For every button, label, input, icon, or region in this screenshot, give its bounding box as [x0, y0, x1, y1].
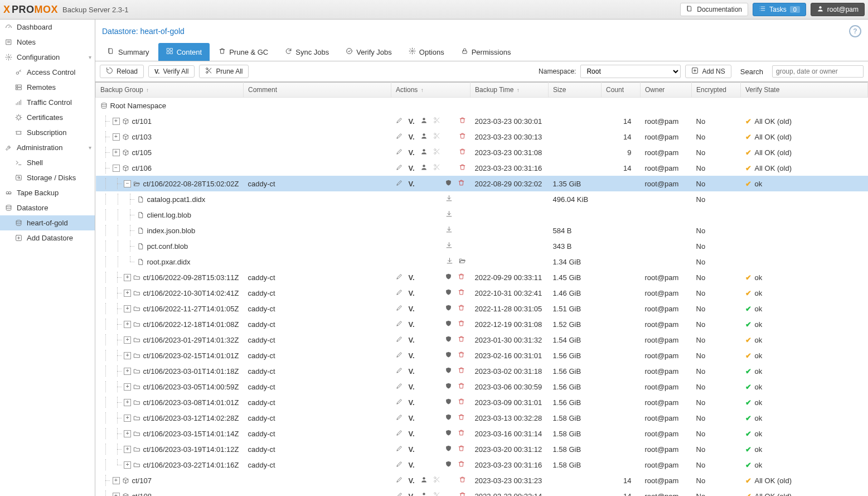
- prune-all-button[interactable]: Prune All: [199, 65, 249, 78]
- sidebar-item[interactable]: Dashboard: [0, 20, 95, 35]
- table-row[interactable]: +ct/106/2023-03-01T14:01:18Z caddy-ct V.…: [96, 363, 868, 379]
- browse-icon[interactable]: [459, 257, 466, 266]
- table-row[interactable]: −ct/106/2022-08-28T15:02:02Z caddy-ct V.…: [96, 176, 868, 191]
- download-icon[interactable]: [445, 226, 453, 235]
- prune-icon[interactable]: [433, 117, 440, 126]
- tab-sync-jobs[interactable]: Sync Jobs: [277, 43, 337, 61]
- protect-icon[interactable]: [445, 367, 452, 375]
- tab-summary[interactable]: Summary: [100, 43, 157, 61]
- tab-content[interactable]: Content: [158, 43, 210, 61]
- protect-icon[interactable]: [445, 429, 452, 438]
- verify-action[interactable]: V.: [409, 367, 415, 375]
- sidebar-item[interactable]: Configuration▾: [0, 50, 95, 65]
- tree-toggle[interactable]: +: [113, 493, 120, 497]
- edit-comment-icon[interactable]: [396, 351, 403, 360]
- tree-toggle[interactable]: +: [124, 336, 131, 344]
- table-row[interactable]: +ct/106/2022-12-18T14:01:08Z caddy-ct V.…: [96, 316, 868, 332]
- col-actions[interactable]: Actions ↑: [391, 83, 471, 98]
- sidebar-item[interactable]: Storage / Disks: [0, 170, 95, 185]
- tree-toggle[interactable]: +: [113, 477, 120, 484]
- col-encrypted[interactable]: Encrypted: [692, 83, 741, 98]
- verify-action[interactable]: V.: [409, 164, 415, 172]
- tab-prune-gc[interactable]: Prune & GC: [211, 43, 276, 61]
- edit-comment-icon[interactable]: [396, 163, 403, 172]
- tab-verify-jobs[interactable]: Verify Jobs: [338, 43, 400, 61]
- tree-toggle[interactable]: +: [124, 399, 131, 406]
- sidebar-item[interactable]: Access Control: [0, 65, 95, 80]
- delete-icon[interactable]: [458, 273, 465, 282]
- change-owner-icon[interactable]: [420, 132, 428, 141]
- verify-action[interactable]: V.: [409, 445, 415, 454]
- table-row[interactable]: client.log.blob: [96, 207, 868, 223]
- edit-comment-icon[interactable]: [396, 398, 403, 407]
- delete-icon[interactable]: [458, 351, 465, 360]
- table-row[interactable]: +ct/108 V. 2023-03-23 00:32:14 14 root@p…: [96, 488, 868, 496]
- delete-icon[interactable]: [459, 132, 466, 141]
- delete-icon[interactable]: [459, 117, 466, 126]
- protect-icon[interactable]: [445, 179, 452, 188]
- delete-icon[interactable]: [459, 492, 466, 496]
- tree-toggle[interactable]: +: [113, 133, 120, 141]
- table-row[interactable]: catalog.pcat1.didx 496.04 KiB No: [96, 191, 868, 207]
- delete-icon[interactable]: [459, 148, 466, 157]
- edit-comment-icon[interactable]: [396, 429, 403, 438]
- edit-comment-icon[interactable]: [396, 320, 403, 329]
- verify-action[interactable]: V.: [409, 492, 415, 497]
- download-icon[interactable]: [445, 195, 453, 204]
- delete-icon[interactable]: [458, 288, 465, 297]
- sidebar-item[interactable]: Subscription: [0, 125, 95, 140]
- delete-icon[interactable]: [458, 398, 465, 407]
- table-row[interactable]: +ct/101 V. 2023-03-23 00:30:01 14 root@p…: [96, 113, 868, 129]
- verify-action[interactable]: V.: [409, 148, 415, 157]
- protect-icon[interactable]: [445, 288, 452, 297]
- table-row[interactable]: pct.conf.blob 343 B No: [96, 238, 868, 254]
- tree-toggle[interactable]: +: [124, 321, 131, 328]
- col-backup-time[interactable]: Backup Time ↑: [471, 83, 549, 98]
- table-row[interactable]: index.json.blob 584 B No: [96, 223, 868, 238]
- table-row[interactable]: +ct/106/2023-01-29T14:01:32Z caddy-ct V.…: [96, 332, 868, 348]
- protect-icon[interactable]: [445, 273, 452, 282]
- tasks-button[interactable]: Tasks 0: [753, 3, 806, 16]
- verify-action[interactable]: V.: [409, 461, 415, 469]
- edit-comment-icon[interactable]: [396, 335, 403, 344]
- table-row[interactable]: +ct/106/2022-11-27T14:01:05Z caddy-ct V.…: [96, 301, 868, 316]
- table-row[interactable]: root.pxar.didx 1.34 GiB No: [96, 254, 868, 269]
- search-button[interactable]: Search: [736, 66, 768, 78]
- protect-icon[interactable]: [445, 335, 452, 344]
- verify-action[interactable]: V.: [409, 133, 415, 141]
- verify-action[interactable]: V.: [409, 336, 415, 344]
- table-row[interactable]: +ct/103 V. 2023-03-23 00:30:13 14 root@p…: [96, 129, 868, 145]
- protect-icon[interactable]: [445, 351, 452, 360]
- delete-icon[interactable]: [458, 335, 465, 344]
- change-owner-icon[interactable]: [420, 492, 428, 496]
- protect-icon[interactable]: [445, 413, 452, 422]
- download-icon[interactable]: [446, 257, 453, 266]
- add-namespace-button[interactable]: Add NS: [685, 65, 731, 78]
- verify-action[interactable]: V.: [409, 414, 415, 422]
- tree-toggle[interactable]: +: [124, 415, 131, 422]
- change-owner-icon[interactable]: [420, 163, 428, 172]
- edit-comment-icon[interactable]: [396, 460, 403, 469]
- prune-icon[interactable]: [433, 163, 440, 172]
- sidebar-item[interactable]: Certificates: [0, 110, 95, 125]
- tree-toggle[interactable]: +: [124, 430, 131, 437]
- delete-icon[interactable]: [458, 320, 465, 329]
- sidebar-item[interactable]: Datastore: [0, 200, 95, 215]
- tree-toggle[interactable]: +: [124, 352, 131, 359]
- tree-toggle[interactable]: +: [124, 274, 131, 281]
- col-owner[interactable]: Owner: [641, 83, 692, 98]
- tree-toggle[interactable]: +: [113, 118, 120, 125]
- reload-button[interactable]: Reload: [100, 65, 144, 78]
- tree-toggle[interactable]: +: [124, 290, 131, 297]
- verify-action[interactable]: V.: [409, 180, 415, 188]
- tree-toggle[interactable]: +: [124, 446, 131, 453]
- help-button[interactable]: ?: [849, 25, 861, 37]
- search-input[interactable]: [772, 65, 864, 78]
- delete-icon[interactable]: [458, 367, 465, 375]
- delete-icon[interactable]: [458, 445, 465, 454]
- prune-icon[interactable]: [433, 132, 440, 141]
- delete-icon[interactable]: [458, 429, 465, 438]
- sidebar-item[interactable]: Add Datastore: [0, 230, 95, 245]
- table-row[interactable]: +ct/106/2023-03-12T14:02:28Z caddy-ct V.…: [96, 410, 868, 426]
- tree-toggle[interactable]: −: [113, 165, 120, 172]
